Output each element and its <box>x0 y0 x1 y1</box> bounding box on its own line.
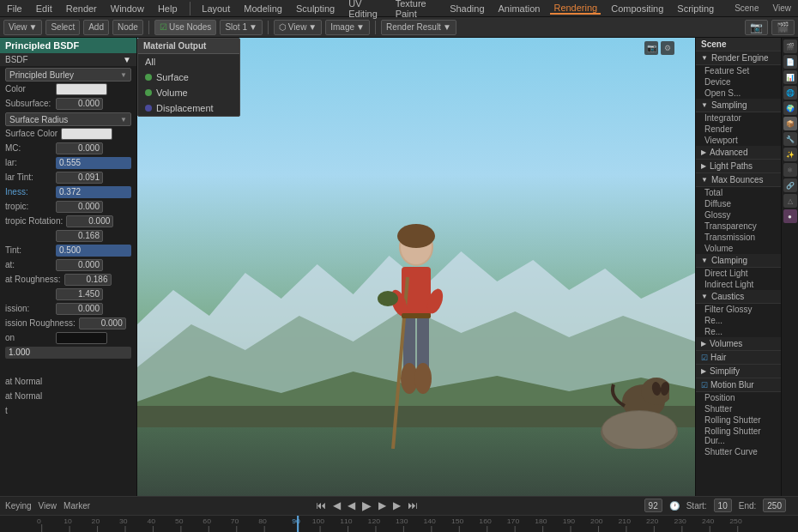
glossy-item[interactable]: Glossy <box>696 209 781 221</box>
next-keyframe-btn[interactable]: ▶ <box>391 499 402 511</box>
render-engine-section[interactable]: ▼ Render Engine <box>696 51 781 65</box>
keying-label[interactable]: Keying <box>5 501 32 511</box>
menu-uv[interactable]: UV Editing <box>345 0 384 19</box>
menu-layout[interactable]: Layout <box>198 3 233 14</box>
start-frame-box[interactable]: 10 <box>714 499 732 512</box>
emission-swatch[interactable] <box>56 332 107 344</box>
image-btn[interactable]: Image ▼ <box>325 20 370 35</box>
menu-edit[interactable]: Edit <box>33 3 56 14</box>
sheen-tint-slider[interactable]: 0.500 <box>56 245 131 257</box>
timeline-ruler[interactable]: 0 10 20 30 40 50 60 70 80 90 100 110 <box>0 516 798 532</box>
scene-selector[interactable]: Scene <box>731 3 762 13</box>
clamping-section[interactable]: ▼ Clamping <box>696 254 781 268</box>
indirect-light-item[interactable]: Indirect Light <box>696 279 781 290</box>
roughness-slider[interactable]: 0.372 <box>56 186 131 198</box>
specular-slider[interactable]: 0.555 <box>56 157 131 169</box>
constraint-props-icon[interactable]: 🔗 <box>783 178 797 192</box>
filter-glossy-item[interactable]: Filter Glossy <box>696 304 781 315</box>
caustics-re1-item[interactable]: Re... <box>696 315 781 326</box>
play-btn[interactable]: ▶ <box>360 499 373 512</box>
motion-blur-section[interactable]: ☑ Motion Blur <box>696 378 781 392</box>
mat-item-all[interactable]: All <box>138 54 239 70</box>
toolbar-camera-icon[interactable]: 📷 <box>745 20 768 35</box>
world-props-icon[interactable]: 🌍 <box>783 101 797 115</box>
mat-item-displacement[interactable]: Displacement <box>138 100 239 116</box>
menu-scripting[interactable]: Scripting <box>674 3 717 14</box>
viewport-area[interactable]: Material Output All Surface Volume Displ… <box>137 38 695 496</box>
volume-item[interactable]: Volume <box>696 243 781 254</box>
motion-blur-checkbox[interactable]: ☑ <box>701 381 708 390</box>
transmission-input[interactable] <box>56 303 103 315</box>
integrator-item[interactable]: Integrator <box>696 112 781 124</box>
base-color-swatch[interactable] <box>56 83 107 95</box>
sheen-input[interactable] <box>56 230 103 242</box>
volumes-section[interactable]: ▶ Volumes <box>696 337 781 351</box>
transmission-item[interactable]: Transmission <box>696 232 781 243</box>
shutter-curve-item[interactable]: Shutter Curve <box>696 446 781 457</box>
scene-props-icon[interactable]: 🌐 <box>783 86 797 100</box>
menu-animation[interactable]: Animation <box>495 3 544 14</box>
simplify-section[interactable]: ▶ Simplify <box>696 365 781 378</box>
node-view-btn[interactable]: ⬡ View ▼ <box>274 20 322 35</box>
menu-compositing[interactable]: Compositing <box>608 3 667 14</box>
mat-item-surface[interactable]: Surface <box>138 70 239 85</box>
caustics-re2-item[interactable]: Re... <box>696 326 781 337</box>
skip-to-end-btn[interactable]: ⏭ <box>406 499 420 511</box>
output-props-icon[interactable]: 📄 <box>783 55 797 69</box>
skip-to-start-btn[interactable]: ⏮ <box>314 499 328 511</box>
transparency-item[interactable]: Transparency <box>696 221 781 232</box>
menu-shading[interactable]: Shading <box>446 3 487 14</box>
shader-dropdown-arrow[interactable]: ▼ <box>120 71 127 79</box>
total-item[interactable]: Total <box>696 187 781 198</box>
use-nodes-btn[interactable]: ☑ Use Nodes <box>154 20 216 35</box>
timeline-view-label[interactable]: View <box>39 501 57 511</box>
menu-window[interactable]: Window <box>107 3 148 14</box>
menu-file[interactable]: File <box>3 3 26 14</box>
open-sl-item[interactable]: Open S... <box>696 88 781 99</box>
advanced-section[interactable]: ▶ Advanced <box>696 146 781 160</box>
sampling-section[interactable]: ▼ Sampling <box>696 99 781 112</box>
menu-texture[interactable]: Texture Paint <box>392 0 439 19</box>
diffuse-item[interactable]: Diffuse <box>696 198 781 209</box>
prev-keyframe-btn[interactable]: ◀ <box>331 499 342 511</box>
emission-strength-slider[interactable]: 1.000 <box>5 347 131 359</box>
subsurface-radius-arrow[interactable]: ▼ <box>120 116 127 124</box>
bsdf-type-dropdown[interactable]: ▼ <box>123 55 131 64</box>
modifier-props-icon[interactable]: 🔧 <box>783 132 797 146</box>
add-btn[interactable]: Add <box>83 20 109 35</box>
clearcoat-input[interactable] <box>56 259 103 271</box>
node-btn[interactable]: Node <box>112 20 143 35</box>
render-result-dropdown[interactable]: Render Result ▼ <box>381 20 456 35</box>
select-btn[interactable]: Select <box>45 20 80 35</box>
viewport-item[interactable]: Viewport <box>696 135 781 146</box>
mat-item-volume[interactable]: Volume <box>138 85 239 100</box>
metallic-input[interactable] <box>56 142 103 154</box>
prev-frame-btn[interactable]: ◀ <box>346 499 357 511</box>
viewport-settings-icon[interactable]: ⚙ <box>661 41 674 55</box>
subsurface-input[interactable] <box>56 98 103 110</box>
light-paths-section[interactable]: ▶ Light Paths <box>696 160 781 173</box>
specular-tint-input[interactable] <box>56 172 103 184</box>
particle-props-icon[interactable]: ✨ <box>783 148 797 161</box>
viewport-camera-icon[interactable]: 📷 <box>644 41 658 55</box>
max-bounces-section[interactable]: ▼ Max Bounces <box>696 173 781 187</box>
marker-label[interactable]: Marker <box>63 501 90 511</box>
view-layer[interactable]: View <box>770 3 795 13</box>
end-frame-box[interactable]: 250 <box>763 499 786 512</box>
ior-input[interactable] <box>56 288 103 300</box>
rolling-shutter-item[interactable]: Rolling Shutter <box>696 414 781 426</box>
object-props-icon[interactable]: 📦 <box>783 117 797 130</box>
shutter-item[interactable]: Shutter <box>696 403 781 414</box>
device-item[interactable]: Device <box>696 76 781 88</box>
direct-light-item[interactable]: Direct Light <box>696 268 781 279</box>
render-item[interactable]: Render <box>696 124 781 135</box>
menu-rendering[interactable]: Rendering <box>550 3 601 15</box>
anisotropic-input[interactable] <box>56 201 103 213</box>
hair-section[interactable]: ☑ Hair <box>696 351 781 365</box>
toolbar-render-icon[interactable]: 🎬 <box>771 20 795 35</box>
menu-render[interactable]: Render <box>63 3 100 14</box>
clearcoat-roughness-input[interactable] <box>64 274 112 286</box>
aniso-rotation-input[interactable] <box>66 215 113 227</box>
view-layer-props-icon[interactable]: 📊 <box>783 70 797 84</box>
caustics-section[interactable]: ▼ Caustics <box>696 290 781 304</box>
